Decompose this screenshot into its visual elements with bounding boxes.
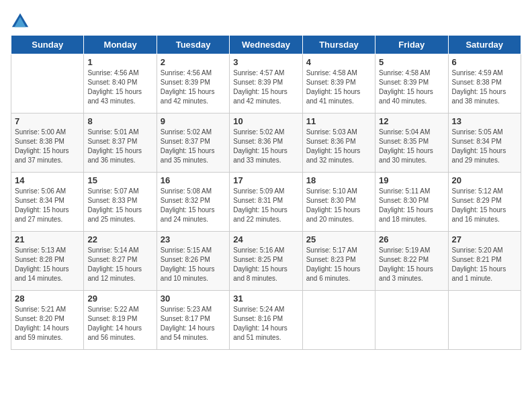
day-cell: 23Sunrise: 5:15 AMSunset: 8:26 PMDayligh… [157,232,229,291]
day-cell: 20Sunrise: 5:12 AMSunset: 8:29 PMDayligh… [448,173,521,232]
day-number: 31 [233,293,298,304]
day-info: Sunrise: 5:07 AMSunset: 8:33 PMDaylight:… [87,187,152,224]
day-number: 18 [306,175,371,185]
day-cell: 4Sunrise: 4:58 AMSunset: 8:39 PMDaylight… [302,54,375,113]
day-info: Sunrise: 5:21 AMSunset: 8:20 PMDaylight:… [15,305,80,342]
day-number: 19 [379,175,444,185]
day-cell: 13Sunrise: 5:05 AMSunset: 8:34 PMDayligh… [448,113,521,173]
day-cell: 18Sunrise: 5:10 AMSunset: 8:30 PMDayligh… [302,173,375,232]
day-cell: 9Sunrise: 5:02 AMSunset: 8:37 PMDaylight… [157,113,229,173]
week-row-4: 21Sunrise: 5:13 AMSunset: 8:28 PMDayligh… [11,232,521,291]
day-cell: 11Sunrise: 5:03 AMSunset: 8:36 PMDayligh… [302,113,375,173]
day-info: Sunrise: 5:05 AMSunset: 8:34 PMDaylight:… [452,128,517,165]
day-info: Sunrise: 5:08 AMSunset: 8:32 PMDaylight:… [161,187,226,224]
day-info: Sunrise: 4:57 AMSunset: 8:39 PMDaylight:… [233,68,298,106]
day-number: 8 [87,116,152,126]
logo [11,11,32,30]
day-cell: 30Sunrise: 5:23 AMSunset: 8:17 PMDayligh… [157,291,229,350]
day-info: Sunrise: 5:06 AMSunset: 8:34 PMDaylight:… [15,187,80,224]
day-info: Sunrise: 5:03 AMSunset: 8:36 PMDaylight:… [306,128,371,165]
day-cell: 3Sunrise: 4:57 AMSunset: 8:39 PMDaylight… [230,54,302,113]
day-cell: 14Sunrise: 5:06 AMSunset: 8:34 PMDayligh… [11,173,84,232]
day-info: Sunrise: 5:22 AMSunset: 8:19 PMDaylight:… [87,305,152,342]
day-cell: 22Sunrise: 5:14 AMSunset: 8:27 PMDayligh… [84,232,157,291]
day-cell: 25Sunrise: 5:17 AMSunset: 8:23 PMDayligh… [302,232,375,291]
day-info: Sunrise: 5:24 AMSunset: 8:16 PMDaylight:… [233,305,298,342]
day-info: Sunrise: 5:13 AMSunset: 8:28 PMDaylight:… [15,246,80,283]
day-info: Sunrise: 5:04 AMSunset: 8:35 PMDaylight:… [379,128,444,165]
day-number: 26 [379,234,444,244]
day-info: Sunrise: 5:12 AMSunset: 8:29 PMDaylight:… [452,187,517,224]
day-number: 5 [379,57,444,67]
day-info: Sunrise: 5:09 AMSunset: 8:31 PMDaylight:… [233,187,298,224]
day-number: 4 [306,57,371,67]
day-cell: 7Sunrise: 5:00 AMSunset: 8:38 PMDaylight… [11,113,84,173]
day-info: Sunrise: 5:17 AMSunset: 8:23 PMDaylight:… [306,246,371,283]
day-cell: 10Sunrise: 5:02 AMSunset: 8:36 PMDayligh… [230,113,302,173]
day-info: Sunrise: 5:01 AMSunset: 8:37 PMDaylight:… [87,128,152,165]
day-info: Sunrise: 4:58 AMSunset: 8:39 PMDaylight:… [306,68,371,106]
day-info: Sunrise: 5:15 AMSunset: 8:26 PMDaylight:… [161,246,226,283]
day-number: 28 [15,293,80,304]
day-number: 16 [161,175,226,185]
day-number: 11 [306,116,371,126]
day-number: 12 [379,116,444,126]
day-info: Sunrise: 5:23 AMSunset: 8:17 PMDaylight:… [161,305,226,342]
day-cell: 26Sunrise: 5:19 AMSunset: 8:22 PMDayligh… [375,232,448,291]
day-cell: 5Sunrise: 4:58 AMSunset: 8:39 PMDaylight… [375,54,448,113]
header-cell-tuesday: Tuesday [157,36,229,54]
day-cell: 27Sunrise: 5:20 AMSunset: 8:21 PMDayligh… [448,232,521,291]
day-info: Sunrise: 5:10 AMSunset: 8:30 PMDaylight:… [306,187,371,224]
day-info: Sunrise: 5:02 AMSunset: 8:36 PMDaylight:… [233,128,298,165]
header [11,11,521,30]
day-info: Sunrise: 4:58 AMSunset: 8:39 PMDaylight:… [379,68,444,106]
day-cell: 12Sunrise: 5:04 AMSunset: 8:35 PMDayligh… [375,113,448,173]
logo-icon [11,11,30,30]
day-info: Sunrise: 4:56 AMSunset: 8:40 PMDaylight:… [87,68,152,106]
day-number: 14 [15,175,80,185]
day-info: Sunrise: 5:00 AMSunset: 8:38 PMDaylight:… [15,128,80,165]
day-info: Sunrise: 5:19 AMSunset: 8:22 PMDaylight:… [379,246,444,283]
day-number: 13 [452,116,517,126]
week-row-5: 28Sunrise: 5:21 AMSunset: 8:20 PMDayligh… [11,291,521,350]
header-cell-sunday: Sunday [11,36,84,54]
day-number: 10 [233,116,298,126]
day-info: Sunrise: 5:02 AMSunset: 8:37 PMDaylight:… [161,128,226,165]
day-cell: 2Sunrise: 4:56 AMSunset: 8:39 PMDaylight… [157,54,229,113]
header-cell-thursday: Thursday [302,36,375,54]
day-cell: 21Sunrise: 5:13 AMSunset: 8:28 PMDayligh… [11,232,84,291]
day-cell [375,291,448,350]
day-number: 29 [87,293,152,304]
header-cell-monday: Monday [84,36,157,54]
day-cell: 29Sunrise: 5:22 AMSunset: 8:19 PMDayligh… [84,291,157,350]
day-number: 3 [233,57,298,67]
day-cell [448,291,521,350]
day-number: 2 [161,57,226,67]
day-info: Sunrise: 4:56 AMSunset: 8:39 PMDaylight:… [161,68,226,106]
day-info: Sunrise: 5:16 AMSunset: 8:25 PMDaylight:… [233,246,298,283]
day-cell: 15Sunrise: 5:07 AMSunset: 8:33 PMDayligh… [84,173,157,232]
day-cell [302,291,375,350]
day-cell: 16Sunrise: 5:08 AMSunset: 8:32 PMDayligh… [157,173,229,232]
day-info: Sunrise: 5:20 AMSunset: 8:21 PMDaylight:… [452,246,517,283]
day-cell: 17Sunrise: 5:09 AMSunset: 8:31 PMDayligh… [230,173,302,232]
day-number: 15 [87,175,152,185]
day-number: 25 [306,234,371,244]
day-info: Sunrise: 4:59 AMSunset: 8:38 PMDaylight:… [452,68,517,106]
header-cell-wednesday: Wednesday [230,36,302,54]
header-row: SundayMondayTuesdayWednesdayThursdayFrid… [11,36,521,54]
day-cell: 31Sunrise: 5:24 AMSunset: 8:16 PMDayligh… [230,291,302,350]
day-cell: 28Sunrise: 5:21 AMSunset: 8:20 PMDayligh… [11,291,84,350]
week-row-3: 14Sunrise: 5:06 AMSunset: 8:34 PMDayligh… [11,173,521,232]
day-number: 20 [452,175,517,185]
day-cell: 19Sunrise: 5:11 AMSunset: 8:30 PMDayligh… [375,173,448,232]
day-number: 6 [452,57,517,67]
day-number: 23 [161,234,226,244]
day-number: 17 [233,175,298,185]
day-cell: 1Sunrise: 4:56 AMSunset: 8:40 PMDaylight… [84,54,157,113]
day-number: 24 [233,234,298,244]
day-cell: 6Sunrise: 4:59 AMSunset: 8:38 PMDaylight… [448,54,521,113]
week-row-1: 1Sunrise: 4:56 AMSunset: 8:40 PMDaylight… [11,54,521,113]
day-number: 9 [161,116,226,126]
day-number: 21 [15,234,80,244]
